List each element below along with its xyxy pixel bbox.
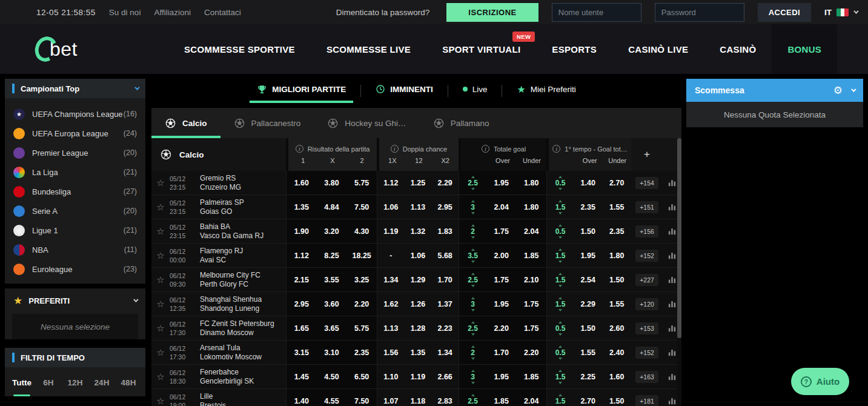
odds-cell-x[interactable]: 3.65 (317, 324, 347, 333)
odds-cell-12[interactable]: 1.28 (405, 324, 432, 333)
odds-cell-12[interactable]: 1.29 (405, 276, 432, 284)
more-markets-button[interactable]: +151 (635, 201, 658, 213)
odds-cell-under[interactable]: 1.75 (517, 300, 547, 308)
odds-cell-over[interactable]: 1.50 (574, 324, 603, 333)
odds-cell-12[interactable]: 1.35 (405, 348, 432, 357)
odds-cell-2[interactable]: 18.25 (346, 251, 377, 260)
odds-cell-1[interactable]: 1.12 (287, 251, 317, 260)
odds-cell-x[interactable]: 3.55 (317, 276, 347, 284)
info-icon[interactable] (552, 145, 560, 153)
odds-cell-12[interactable]: 1.13 (405, 203, 432, 211)
nav-item[interactable]: SPORT VIRTUALI NEW (426, 24, 536, 74)
odds-cell-over[interactable]: 2.29 (574, 300, 603, 308)
sport-tab[interactable]: Calcio (151, 108, 220, 138)
first-half-line-selector[interactable]: 0.5 (547, 321, 574, 336)
favorite-star-icon[interactable]: ☆ (151, 292, 170, 316)
odds-cell-x[interactable]: 3.80 (317, 179, 347, 187)
favorite-star-icon[interactable]: ☆ (151, 389, 170, 406)
odds-cell-under[interactable]: 1.55 (603, 203, 632, 211)
league-item[interactable]: Premier League (20) (5, 143, 145, 162)
first-half-line-selector[interactable]: 1.5 (547, 248, 574, 263)
nav-item[interactable]: SCOMMESSE LIVE (311, 24, 426, 74)
odds-cell-1[interactable]: 1.45 (287, 373, 317, 381)
odds-cell-x2[interactable]: 2.95 (431, 203, 459, 211)
tab-my-favorites[interactable]: ★ Miei Preferiti (502, 79, 590, 104)
time-filter-tab[interactable]: 48H (115, 372, 142, 396)
odds-cell-under[interactable]: 2.70 (603, 179, 632, 187)
odds-cell-2[interactable]: 5.75 (346, 324, 377, 333)
more-markets-button[interactable]: +181 (635, 395, 658, 406)
signup-button[interactable]: ISCRIZIONE (446, 3, 538, 22)
topbar-link[interactable]: Affiliazioni (154, 8, 191, 17)
odds-cell-x[interactable]: 8.25 (317, 251, 347, 260)
nav-item[interactable]: CASINÒ LIVE (612, 24, 704, 74)
odds-cell-under[interactable]: 2.10 (517, 276, 547, 284)
odds-cell-under[interactable]: 2.60 (603, 324, 632, 333)
nav-item[interactable]: ESPORTS (536, 24, 612, 74)
odds-cell-under[interactable]: 1.80 (517, 179, 547, 187)
total-goals-line-selector[interactable]: 3.5 (459, 248, 486, 263)
odds-cell-over[interactable]: 1.40 (574, 179, 603, 187)
topbar-link[interactable]: Contattaci (204, 8, 241, 17)
odds-cell-12[interactable]: 1.32 (405, 227, 432, 236)
odds-cell-under[interactable]: 1.85 (517, 373, 547, 381)
tab-upcoming[interactable]: IMMINENTI (361, 79, 448, 102)
first-half-line-selector[interactable]: 0.5 (547, 345, 574, 360)
time-filter-tab[interactable]: 12H (62, 372, 88, 396)
odds-cell-under[interactable]: 1.55 (603, 300, 632, 308)
odds-cell-x2[interactable]: 2.29 (431, 179, 459, 187)
first-half-line-selector[interactable]: 1.5 (547, 273, 574, 287)
more-markets-button[interactable]: +152 (635, 250, 658, 262)
odds-cell-12[interactable]: 1.25 (405, 179, 432, 187)
odds-cell-under[interactable]: 1.50 (603, 397, 632, 405)
total-goals-line-selector[interactable]: 2 (459, 224, 486, 239)
odds-cell-x[interactable]: 4.55 (317, 397, 347, 405)
odds-cell-1x[interactable]: 1.56 (377, 348, 405, 357)
odds-cell-x[interactable]: 3.20 (317, 227, 347, 236)
total-goals-line-selector[interactable]: 3 (459, 370, 486, 384)
odds-cell-under[interactable]: 2.04 (517, 227, 547, 236)
odds-cell-x[interactable]: 3.10 (317, 348, 347, 357)
favorite-star-icon[interactable]: ☆ (151, 365, 170, 388)
odds-cell-x2[interactable]: 2.23 (431, 324, 459, 333)
total-goals-line-selector[interactable]: 2.5 (459, 176, 486, 190)
odds-cell-1[interactable]: 1.35 (287, 203, 317, 211)
gear-icon[interactable]: ⚙ (833, 85, 843, 96)
favorite-star-icon[interactable]: ☆ (151, 171, 170, 195)
odds-cell-over[interactable]: 1.50 (574, 227, 603, 236)
odds-cell-1x[interactable]: 1.19 (377, 227, 405, 236)
odds-cell-1x[interactable]: 1.06 (377, 203, 405, 211)
odds-cell-1[interactable]: 1.65 (287, 324, 317, 333)
odds-cell-12[interactable]: 1.06 (405, 251, 432, 260)
odds-cell-over[interactable]: 1.55 (574, 348, 603, 357)
favorite-star-icon[interactable]: ☆ (151, 195, 170, 219)
odds-cell-under[interactable]: 1.80 (517, 203, 547, 211)
odds-cell-over[interactable]: 2.04 (486, 203, 517, 211)
odds-cell-x2[interactable]: 1.34 (431, 348, 459, 357)
match-teams[interactable]: FC Zenit St Petersburg Dinamo Moscow (195, 316, 286, 340)
odds-cell-under[interactable]: 1.85 (517, 251, 547, 260)
tab-live[interactable]: Live (448, 80, 502, 102)
odds-cell-1[interactable]: 1.90 (287, 227, 317, 236)
league-item[interactable]: Serie A (20) (5, 201, 145, 221)
odds-cell-over[interactable]: 1.75 (486, 227, 517, 236)
odds-cell-x2[interactable]: 1.37 (431, 300, 459, 308)
top-leagues-header[interactable]: Campionati Top (5, 79, 145, 98)
first-half-line-selector[interactable]: 1.5 (547, 370, 574, 384)
odds-cell-1x[interactable]: 1.10 (377, 373, 405, 381)
time-filter-tab[interactable]: 24H (88, 372, 115, 396)
match-teams[interactable]: Shanghai Shenhua Shandong Luneng (195, 292, 286, 316)
topbar-link[interactable]: Su di noi (109, 8, 141, 17)
favorite-star-icon[interactable]: ☆ (151, 341, 170, 364)
odds-cell-over[interactable]: 1.95 (486, 373, 517, 381)
odds-cell-x[interactable]: 4.84 (317, 203, 347, 211)
odds-cell-1x[interactable]: 1.34 (377, 276, 405, 284)
odds-cell-over[interactable]: 1.85 (486, 397, 517, 405)
odds-cell-x2[interactable]: 2.66 (431, 373, 459, 381)
odds-cell-2[interactable]: 7.50 (346, 397, 377, 405)
more-markets-button[interactable]: +120 (635, 298, 658, 310)
total-goals-line-selector[interactable]: 2.5 (459, 321, 486, 336)
odds-cell-under[interactable]: 2.04 (517, 397, 547, 405)
odds-cell-under[interactable]: 1.60 (603, 373, 632, 381)
odds-cell-over[interactable]: 2.20 (486, 324, 517, 333)
